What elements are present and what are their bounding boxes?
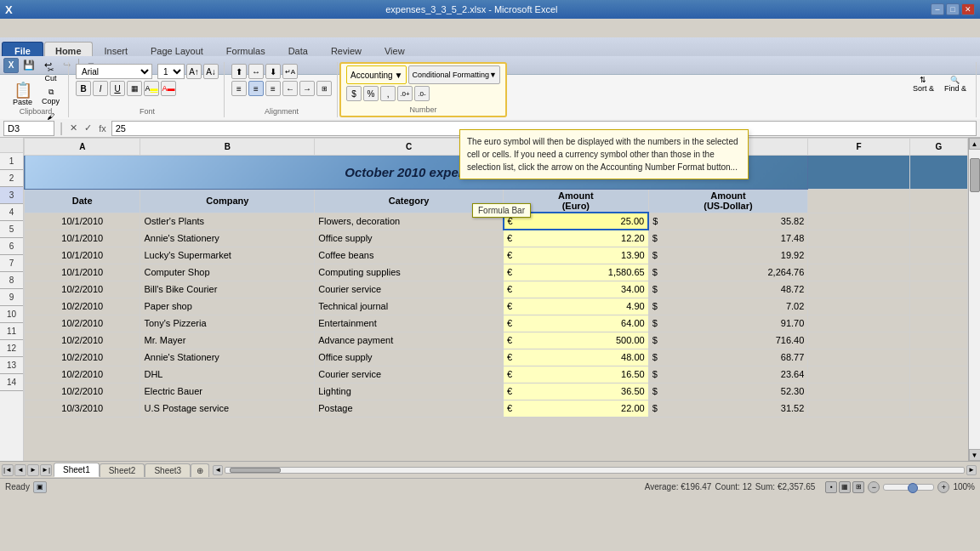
scroll-down-button[interactable]: ▼ bbox=[969, 449, 981, 461]
cell-a6[interactable]: 10/1/2010 bbox=[25, 264, 140, 281]
col-a-header[interactable]: A bbox=[25, 139, 140, 156]
zoom-slider-thumb[interactable] bbox=[908, 483, 918, 493]
normal-view-button[interactable]: ▪ bbox=[825, 481, 837, 493]
sheet-add-button[interactable]: ⊕ bbox=[191, 463, 209, 477]
cell-b11[interactable]: Annie's Stationery bbox=[140, 349, 315, 366]
zoom-out-button[interactable]: − bbox=[868, 481, 880, 493]
bold-button[interactable]: B bbox=[76, 81, 91, 96]
cell-c14[interactable]: Postage bbox=[315, 400, 504, 417]
cut-button[interactable]: ✂ Cut bbox=[38, 64, 63, 84]
indent-increase-button[interactable]: → bbox=[299, 81, 315, 96]
cell-b14[interactable]: U.S Postage service bbox=[140, 400, 315, 417]
cell-a7[interactable]: 10/2/2010 bbox=[25, 281, 140, 298]
underline-button[interactable]: U bbox=[110, 81, 125, 96]
cell-b8[interactable]: Paper shop bbox=[140, 298, 315, 315]
cell-d14[interactable]: € 22.00 bbox=[504, 400, 649, 417]
minimize-button[interactable]: – bbox=[931, 3, 944, 15]
scroll-thumb[interactable] bbox=[970, 158, 980, 192]
cell-e5[interactable]: $ 19.92 bbox=[648, 247, 808, 264]
col-f-header[interactable]: F bbox=[808, 139, 909, 156]
cell-b3[interactable]: Ostler's Plants bbox=[140, 213, 315, 230]
font-decrease-button[interactable]: A↓ bbox=[203, 64, 219, 79]
align-left-button[interactable]: ≡ bbox=[231, 81, 247, 96]
cell-b12[interactable]: DHL bbox=[140, 366, 315, 383]
cell-b9[interactable]: Tony's Pizzeria bbox=[140, 315, 315, 332]
cell-b6[interactable]: Computer Shop bbox=[140, 264, 315, 281]
page-break-view-button[interactable]: ⊞ bbox=[852, 481, 864, 493]
cell-b13[interactable]: Electric Bauer bbox=[140, 383, 315, 400]
cell-b7[interactable]: Bill's Bike Courier bbox=[140, 281, 315, 298]
maximize-button[interactable]: □ bbox=[946, 3, 960, 15]
cell-c5[interactable]: Coffee beans bbox=[315, 247, 504, 264]
close-button[interactable]: ✕ bbox=[961, 3, 975, 15]
sheet-next-button[interactable]: ► bbox=[27, 464, 39, 476]
scroll-track[interactable] bbox=[969, 150, 981, 449]
fill-color-button[interactable]: A▬ bbox=[144, 81, 159, 96]
font-family-select[interactable]: Arial bbox=[76, 64, 152, 79]
cell-e9[interactable]: $ 91.70 bbox=[648, 315, 808, 332]
h-scroll-thumb[interactable] bbox=[230, 468, 281, 473]
sheet-last-button[interactable]: ►| bbox=[40, 464, 52, 476]
page-view-button[interactable]: ▦ bbox=[839, 481, 851, 493]
indent-decrease-button[interactable]: ← bbox=[282, 81, 298, 96]
scroll-up-button[interactable]: ▲ bbox=[969, 138, 981, 150]
cell-c13[interactable]: Lighting bbox=[315, 383, 504, 400]
cell-e12[interactable]: $ 23.64 bbox=[648, 366, 808, 383]
font-increase-button[interactable]: A↑ bbox=[186, 64, 202, 79]
cell-d9[interactable]: € 64.00 bbox=[504, 315, 649, 332]
cell-a12[interactable]: 10/2/2010 bbox=[25, 366, 140, 383]
cell-d8[interactable]: € 4.90 bbox=[504, 298, 649, 315]
sheet-tab-1[interactable]: Sheet1 bbox=[54, 463, 100, 477]
cell-d11[interactable]: € 48.00 bbox=[504, 349, 649, 366]
zoom-control[interactable]: − + 100% bbox=[868, 481, 975, 493]
cancel-formula-icon[interactable]: ✕ bbox=[68, 122, 79, 133]
fx-icon[interactable]: fx bbox=[97, 123, 108, 133]
cell-c6[interactable]: Computing supplies bbox=[315, 264, 504, 281]
cell-d13[interactable]: € 36.50 bbox=[504, 383, 649, 400]
align-right-button[interactable]: ≡ bbox=[265, 81, 281, 96]
cell-d5[interactable]: € 13.90 bbox=[504, 247, 649, 264]
increase-decimal-button[interactable]: .0+ bbox=[397, 86, 413, 101]
comma-button[interactable]: , bbox=[380, 86, 396, 101]
cell-b10[interactable]: Mr. Mayer bbox=[140, 332, 315, 349]
cell-a10[interactable]: 10/2/2010 bbox=[25, 332, 140, 349]
cell-a3[interactable]: 10/1/2010 bbox=[25, 213, 140, 230]
cell-c10[interactable]: Advance payment bbox=[315, 332, 504, 349]
cell-c8[interactable]: Technical journal bbox=[315, 298, 504, 315]
h-scroll-right-button[interactable]: ► bbox=[966, 465, 977, 475]
sheet-prev-button[interactable]: ◄ bbox=[14, 464, 26, 476]
font-size-select[interactable]: 10 bbox=[157, 64, 185, 79]
cell-d7[interactable]: € 34.00 bbox=[504, 281, 649, 298]
cell-d6[interactable]: € 1,580.65 bbox=[504, 264, 649, 281]
conditional-formatting-button[interactable]: Conditional Formatting ▼ bbox=[408, 65, 499, 84]
confirm-formula-icon[interactable]: ✓ bbox=[83, 122, 94, 133]
merge-center-button[interactable]: ⊞ bbox=[316, 81, 332, 96]
horizontal-scrollbar[interactable]: ◄ ► bbox=[213, 465, 977, 475]
accounting-button[interactable]: Accounting ▼ bbox=[346, 65, 407, 84]
cell-e14[interactable]: $ 31.52 bbox=[648, 400, 808, 417]
cell-b4[interactable]: Annie's Stationery bbox=[140, 230, 315, 247]
cell-a8[interactable]: 10/2/2010 bbox=[25, 298, 140, 315]
title-bar-controls[interactable]: – □ ✕ bbox=[931, 3, 975, 15]
zoom-slider[interactable] bbox=[883, 484, 934, 491]
sheet-tab-2[interactable]: Sheet2 bbox=[100, 463, 145, 477]
cell-c4[interactable]: Office supply bbox=[315, 230, 504, 247]
cell-b5[interactable]: Lucky's Supermarket bbox=[140, 247, 315, 264]
h-scroll-track[interactable] bbox=[225, 467, 965, 474]
cell-e3[interactable]: $ 35.82 bbox=[648, 213, 808, 230]
copy-button[interactable]: ⧉ Copy bbox=[38, 86, 63, 107]
percent-button[interactable]: % bbox=[363, 86, 379, 101]
h-scroll-left-button[interactable]: ◄ bbox=[213, 465, 223, 475]
sort-button[interactable]: ⇅ Sort & bbox=[909, 67, 938, 101]
cell-e10[interactable]: $ 716.40 bbox=[648, 332, 808, 349]
wrap-text-button[interactable]: ↵A bbox=[282, 64, 298, 79]
cell-e13[interactable]: $ 52.30 bbox=[648, 383, 808, 400]
cell-a5[interactable]: 10/1/2010 bbox=[25, 247, 140, 264]
cell-c12[interactable]: Courier service bbox=[315, 366, 504, 383]
cell-e4[interactable]: $ 17.48 bbox=[648, 230, 808, 247]
cell-e7[interactable]: $ 48.72 bbox=[648, 281, 808, 298]
cell-e8[interactable]: $ 7.02 bbox=[648, 298, 808, 315]
cell-d12[interactable]: € 16.50 bbox=[504, 366, 649, 383]
find-button[interactable]: 🔍 Find & bbox=[940, 67, 971, 101]
border-button[interactable]: ▦ bbox=[127, 81, 142, 96]
